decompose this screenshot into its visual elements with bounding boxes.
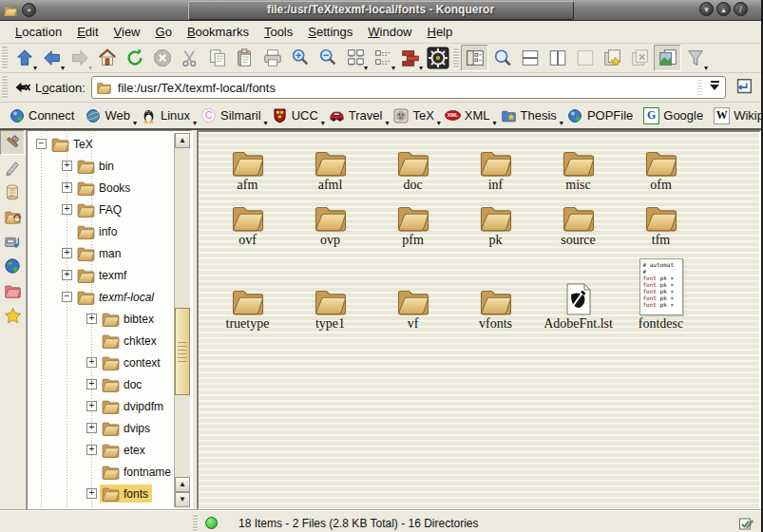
expand-icon[interactable]: + (62, 161, 72, 171)
tree-item-texmf[interactable]: +texmf (28, 264, 175, 286)
tree-item-books[interactable]: +Books (28, 177, 175, 199)
split-left-right-button[interactable] (544, 45, 571, 71)
menu-location[interactable]: Location (8, 23, 69, 41)
location-input[interactable] (116, 80, 696, 96)
tree-item-man[interactable]: +man (28, 242, 175, 264)
file-item-afml[interactable]: afml (289, 138, 372, 193)
reload-button[interactable] (121, 45, 148, 71)
file-item-truetype[interactable]: truetype (206, 248, 289, 332)
bookmark-tex[interactable]: TeX ▾ (389, 106, 440, 124)
menu-window[interactable]: Window (360, 23, 419, 41)
expand-icon[interactable]: + (62, 182, 72, 193)
expand-icon[interactable]: + (86, 379, 97, 390)
tree-item-faq[interactable]: +FAQ (28, 199, 175, 220)
file-item-fontdesc[interactable]: # automat # font pk × font pk × font pk … (620, 248, 702, 332)
zoom-out-button[interactable] (314, 45, 341, 71)
sidebar-tab-root-folder[interactable] (0, 278, 25, 303)
bookmark-travel[interactable]: Travel ▾ (325, 106, 390, 124)
maximize-button[interactable]: ▴ (716, 2, 731, 16)
tree-item-bibtex[interactable]: +bibtex (28, 308, 175, 330)
split-top-bottom-button[interactable] (516, 45, 544, 71)
sidebar-tab-network[interactable] (0, 254, 25, 278)
locationbar-handle[interactable] (2, 76, 8, 98)
expand-icon[interactable]: + (86, 357, 97, 368)
print-button[interactable] (258, 45, 286, 71)
file-item-misc[interactable]: misc (537, 138, 620, 193)
tree-item-texmf-local[interactable]: −texmf-local (28, 286, 175, 308)
filter-button[interactable]: ▾ (681, 45, 709, 71)
bookmark-ucc[interactable]: UCC ▾ (268, 106, 325, 124)
tree-item-info[interactable]: info (28, 220, 175, 242)
scrollbar-thumb[interactable] (175, 308, 190, 395)
bookmark-connect[interactable]: Connect (5, 106, 81, 124)
bricks-view-button[interactable]: ▾ (396, 45, 424, 71)
tree-item-fonts[interactable]: +fonts (28, 483, 175, 504)
menu-settings[interactable]: Settings (300, 23, 360, 41)
paste-button[interactable] (231, 45, 258, 71)
bookmark-thesis[interactable]: Thesis ▾ (497, 106, 563, 124)
expand-icon[interactable]: + (62, 204, 72, 215)
tree-scrollbar[interactable]: ▲ ▲ ▼ (174, 133, 190, 507)
clear-location-icon[interactable] (14, 80, 31, 95)
bookmark-popfile[interactable]: POPFile (563, 106, 639, 124)
expand-icon[interactable]: + (86, 314, 97, 324)
file-item-pk[interactable]: pk (454, 193, 537, 248)
file-item-adobefnt[interactable]: AdobeFnt.lst (537, 248, 620, 332)
file-item-inf[interactable]: inf (454, 138, 537, 193)
file-item-vf[interactable]: vf (372, 248, 454, 332)
expand-icon[interactable]: + (86, 401, 97, 411)
file-item-type1[interactable]: type1 (289, 248, 372, 332)
sidebar-tab-history[interactable] (0, 180, 25, 204)
tree-item-dvips[interactable]: +dvips (28, 417, 175, 439)
scroll-down-button[interactable]: ▼ (175, 492, 190, 507)
expand-icon[interactable]: + (62, 248, 72, 258)
copy-button[interactable] (203, 45, 231, 71)
menu-edit[interactable]: Edit (69, 23, 105, 41)
find-file-button[interactable] (488, 45, 516, 71)
sidebar-tab-services[interactable] (0, 229, 25, 254)
cut-button[interactable] (176, 45, 203, 71)
statusbar-handle[interactable] (193, 514, 198, 532)
file-item-afm[interactable]: afm (206, 138, 289, 193)
file-item-vfonts[interactable]: vfonts (454, 248, 537, 332)
title-bar[interactable]: • file:/usr/TeX/texmf-local/fonts - Konq… (0, 0, 761, 21)
tree-item-etex[interactable]: +etex (28, 439, 175, 461)
expand-icon[interactable]: + (86, 423, 97, 433)
bookmark-wikipedia[interactable]: W Wikipedia (710, 106, 763, 124)
file-item-ovp[interactable]: ovp (289, 193, 372, 248)
sidebar-tab-bookmarks[interactable] (0, 303, 25, 328)
file-item-source[interactable]: source (537, 193, 620, 248)
file-item-pfm[interactable]: pfm (372, 193, 454, 248)
statusbar-indicator-icon[interactable] (738, 516, 753, 531)
image-preview-button[interactable] (654, 45, 681, 71)
location-combobox[interactable] (91, 76, 726, 99)
expand-icon[interactable]: + (86, 445, 97, 455)
tree-item-fontname[interactable]: fontname (28, 461, 175, 483)
new-tab-button[interactable] (599, 45, 626, 71)
tree-item-dvipdfm[interactable]: +dvipdfm (28, 395, 175, 417)
back-button[interactable]: ▾ (38, 45, 66, 71)
toolbar-handle[interactable] (2, 47, 8, 68)
menu-go[interactable]: Go (148, 23, 180, 41)
minimize-button[interactable]: ▾ (699, 2, 714, 16)
collapse-icon[interactable]: − (36, 139, 47, 149)
menu-view[interactable]: View (106, 23, 148, 41)
bookmark-web[interactable]: Web ▾ (81, 106, 137, 124)
sidebar-tab-home-folder[interactable] (0, 204, 25, 229)
show-navigation-panel-button[interactable] (461, 45, 488, 71)
bookmark-silmaril[interactable]: C Silmaril ▾ (197, 106, 268, 124)
sidebar-tab-pencil[interactable] (0, 155, 25, 180)
file-item-tfm[interactable]: tfm (620, 193, 702, 248)
go-button[interactable] (730, 74, 757, 101)
sticky-button[interactable]: • (22, 3, 36, 17)
file-icon-view[interactable]: afm afml doc inf misc ofm ovf ovp pfm pk… (197, 130, 761, 510)
file-item-ofm[interactable]: ofm (620, 138, 702, 193)
file-item-ovf[interactable]: ovf (206, 193, 289, 248)
collapse-icon[interactable]: − (62, 292, 72, 302)
multicolumn-view-button[interactable]: ▾ (369, 45, 396, 71)
expand-icon[interactable]: + (62, 270, 72, 280)
sidebar-tab-tools[interactable] (0, 130, 25, 155)
menu-help[interactable]: Help (420, 23, 461, 41)
tree-item-bin[interactable]: +bin (28, 155, 175, 177)
tree-item-context[interactable]: +context (28, 352, 175, 373)
